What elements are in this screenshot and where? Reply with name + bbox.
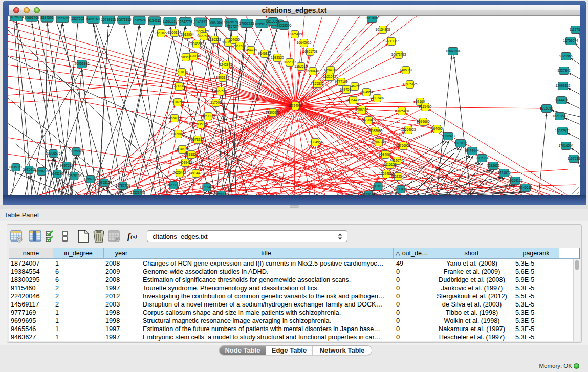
svg-text:19654925: 19654925 bbox=[167, 116, 182, 120]
svg-text:13325419: 13325419 bbox=[288, 32, 302, 36]
svg-text:1527602: 1527602 bbox=[71, 17, 84, 20]
svg-text:14055714: 14055714 bbox=[9, 16, 24, 19]
svg-text:19384554: 19384554 bbox=[308, 140, 323, 144]
svg-text:10973493: 10973493 bbox=[391, 53, 406, 56]
svg-text:8471676: 8471676 bbox=[497, 171, 511, 174]
svg-text:15751074: 15751074 bbox=[563, 39, 578, 42]
svg-text:7515524: 7515524 bbox=[133, 18, 146, 22]
svg-text:13524851: 13524851 bbox=[379, 172, 394, 176]
svg-text:10807487: 10807487 bbox=[370, 96, 385, 100]
svg-text:17359924: 17359924 bbox=[69, 149, 84, 153]
svg-text:1112753: 1112753 bbox=[570, 28, 580, 31]
svg-text:19756928: 19756928 bbox=[396, 144, 411, 147]
svg-text:2718170: 2718170 bbox=[175, 70, 188, 74]
svg-text:13654923: 13654923 bbox=[401, 128, 416, 132]
svg-text:17957223: 17957223 bbox=[83, 177, 98, 181]
svg-text:9227343: 9227343 bbox=[557, 69, 571, 72]
svg-text:16914479: 16914479 bbox=[189, 171, 204, 175]
svg-text:15136141: 15136141 bbox=[371, 184, 386, 188]
svg-text:8813054: 8813054 bbox=[266, 19, 279, 23]
svg-text:9997568: 9997568 bbox=[209, 20, 223, 24]
svg-text:1621072: 1621072 bbox=[323, 75, 336, 78]
svg-text:1733426: 1733426 bbox=[394, 187, 407, 191]
svg-text:9427552: 9427552 bbox=[214, 89, 227, 93]
svg-text:1588520: 1588520 bbox=[271, 56, 284, 59]
svg-text:1615132: 1615132 bbox=[383, 163, 397, 166]
svg-text:16210643: 16210643 bbox=[553, 114, 568, 118]
svg-text:8938923: 8938923 bbox=[442, 134, 455, 138]
svg-text:8454749: 8454749 bbox=[244, 48, 257, 52]
svg-text:9245612: 9245612 bbox=[519, 186, 532, 189]
svg-text:20053346: 20053346 bbox=[75, 62, 90, 65]
svg-text:12213967: 12213967 bbox=[384, 39, 399, 43]
svg-text:15720407: 15720407 bbox=[361, 118, 376, 122]
svg-text:7155812: 7155812 bbox=[311, 82, 324, 85]
svg-text:14099489: 14099489 bbox=[178, 161, 193, 164]
svg-text:9154111: 9154111 bbox=[148, 19, 161, 23]
svg-text:6794028: 6794028 bbox=[324, 68, 337, 72]
svg-text:12505135: 12505135 bbox=[67, 174, 82, 178]
svg-text:3824554: 3824554 bbox=[360, 90, 373, 94]
svg-text:11568219: 11568219 bbox=[34, 169, 49, 173]
svg-text:7485063: 7485063 bbox=[399, 68, 412, 72]
svg-text:98961: 98961 bbox=[181, 55, 190, 59]
svg-text:16107553: 16107553 bbox=[170, 100, 185, 104]
svg-text:13716485: 13716485 bbox=[200, 185, 214, 189]
svg-text:10719155: 10719155 bbox=[101, 18, 116, 21]
svg-text:17957223: 17957223 bbox=[239, 21, 254, 25]
svg-text:12323448: 12323448 bbox=[130, 191, 145, 194]
svg-text:18300295: 18300295 bbox=[266, 111, 280, 114]
svg-text:9474444: 9474444 bbox=[466, 149, 479, 152]
svg-text:252254: 252254 bbox=[393, 174, 404, 178]
svg-text:3912954: 3912954 bbox=[181, 33, 194, 36]
svg-text:2867608: 2867608 bbox=[233, 44, 246, 48]
svg-text:7986322: 7986322 bbox=[355, 108, 368, 112]
svg-text:7663822: 7663822 bbox=[155, 31, 168, 35]
svg-text:154655: 154655 bbox=[229, 38, 240, 41]
svg-text:17016504: 17016504 bbox=[559, 144, 574, 147]
svg-text:16640910: 16640910 bbox=[297, 41, 312, 45]
svg-text:6879197: 6879197 bbox=[454, 141, 467, 145]
svg-text:19218506: 19218506 bbox=[277, 24, 292, 27]
svg-text:2803144: 2803144 bbox=[216, 76, 229, 79]
svg-text:20691406: 20691406 bbox=[25, 16, 39, 19]
svg-text:3267130: 3267130 bbox=[202, 114, 215, 118]
svg-text:13692971: 13692971 bbox=[555, 129, 570, 133]
svg-text:16782759: 16782759 bbox=[116, 184, 130, 187]
svg-text:746266: 746266 bbox=[349, 84, 360, 88]
svg-text:18907249: 18907249 bbox=[372, 140, 386, 144]
svg-text:10154808: 10154808 bbox=[376, 28, 390, 31]
svg-text:9084067: 9084067 bbox=[379, 152, 392, 156]
svg-text:8990448: 8990448 bbox=[306, 69, 319, 73]
svg-text:19166825: 19166825 bbox=[171, 132, 186, 136]
svg-text:2935114: 2935114 bbox=[476, 156, 489, 160]
svg-text:10654122: 10654122 bbox=[508, 179, 523, 182]
svg-text:20364436: 20364436 bbox=[346, 98, 361, 102]
svg-text:12213382: 12213382 bbox=[172, 84, 187, 88]
svg-text:18724007: 18724007 bbox=[288, 104, 303, 107]
svg-text:1244415: 1244415 bbox=[555, 98, 568, 102]
svg-text:8834501: 8834501 bbox=[40, 16, 54, 19]
svg-text:16961758: 16961758 bbox=[303, 50, 318, 53]
svg-text:5493822: 5493822 bbox=[185, 152, 198, 156]
svg-text:1167533: 1167533 bbox=[568, 157, 580, 160]
svg-text:9146821: 9146821 bbox=[258, 52, 271, 55]
svg-text:9777169: 9777169 bbox=[335, 80, 348, 83]
svg-text:7625402: 7625402 bbox=[173, 171, 186, 174]
svg-text:15046766: 15046766 bbox=[175, 147, 190, 151]
svg-text:9129966: 9129966 bbox=[559, 54, 573, 58]
svg-text:164095: 164095 bbox=[431, 127, 443, 130]
svg-text:12093832: 12093832 bbox=[556, 84, 571, 87]
svg-text:11568219: 11568219 bbox=[163, 19, 178, 23]
svg-text:13535394: 13535394 bbox=[193, 122, 208, 126]
svg-text:7632621: 7632621 bbox=[487, 164, 500, 167]
svg-text:6466160: 6466160 bbox=[86, 17, 100, 21]
svg-text:5678352: 5678352 bbox=[191, 138, 204, 141]
svg-text:10688609: 10688609 bbox=[368, 129, 383, 133]
svg-text:7357274: 7357274 bbox=[227, 25, 240, 28]
svg-text:8186328: 8186328 bbox=[208, 38, 221, 41]
svg-text:10025438: 10025438 bbox=[395, 109, 409, 113]
svg-text:10671355: 10671355 bbox=[117, 18, 132, 21]
svg-text:1362615: 1362615 bbox=[294, 64, 308, 68]
svg-text:9242845: 9242845 bbox=[219, 63, 232, 67]
